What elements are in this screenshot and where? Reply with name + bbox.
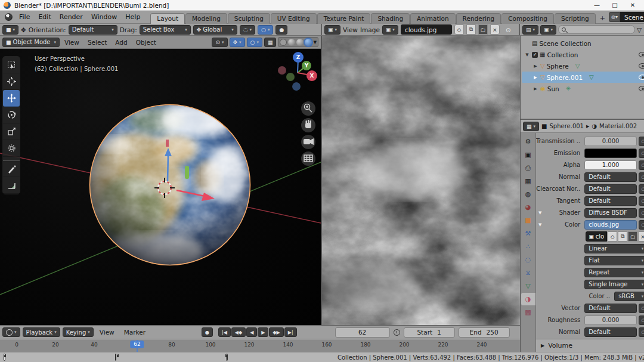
tab-uv-editing[interactable]: UV Editing: [271, 13, 317, 24]
menu-edit[interactable]: Edit: [34, 13, 55, 21]
outliner-filter-mode-button[interactable]: ▣▾: [540, 25, 556, 35]
rotate-tool[interactable]: [3, 107, 20, 123]
volume-panel-header[interactable]: ▶ Volume: [536, 339, 644, 352]
image-copy-icon[interactable]: ⧉: [466, 24, 476, 35]
tab-modeling[interactable]: Modeling: [185, 13, 227, 24]
image-editor-type-button[interactable]: ▣▾: [324, 25, 340, 35]
extension-select[interactable]: Repeat▾: [584, 268, 644, 277]
fake-user-shield-icon[interactable]: ◇: [608, 231, 617, 242]
unlink-image-icon[interactable]: ×: [638, 231, 644, 242]
editor-type-button[interactable]: ■▾: [2, 25, 18, 35]
decorator-icon[interactable]: ○: [639, 148, 644, 158]
eye-icon[interactable]: [639, 86, 644, 91]
viewport-canvas[interactable]: Z Y X: [0, 49, 321, 325]
shading-dropdown-icon[interactable]: ▾: [313, 38, 317, 46]
color-texture-link[interactable]: clouds.jpg: [584, 220, 637, 230]
maximize-button[interactable]: □: [606, 0, 624, 10]
outliner-search-input[interactable]: [558, 25, 635, 34]
select-box-tool[interactable]: [3, 57, 20, 73]
decorator-icon[interactable]: ○: [639, 304, 644, 313]
shading-solid-button[interactable]: [288, 39, 295, 46]
close-button[interactable]: ✕: [624, 0, 642, 10]
tab-texture-paint[interactable]: Texture Paint: [317, 13, 371, 24]
frame-end-field[interactable]: End250: [459, 327, 510, 338]
viewport-menu-object[interactable]: Object: [132, 39, 160, 46]
scene-icon[interactable]: ◍▾: [609, 12, 620, 22]
outliner-row-scene-collection[interactable]: ▤ Scene Collection: [522, 38, 644, 49]
image-browse-icon[interactable]: ▣▾: [382, 25, 398, 35]
image-editor-canvas[interactable]: [322, 36, 520, 325]
falloff-dropdown[interactable]: ●: [275, 25, 287, 35]
navigation-gizmo[interactable]: Z Y X: [278, 52, 317, 91]
decorator-icon[interactable]: ○: [639, 327, 644, 337]
tab-tool[interactable]: ⚙: [521, 135, 535, 148]
emission-color-swatch[interactable]: [584, 148, 637, 158]
tab-scene[interactable]: ◍: [521, 188, 535, 200]
menu-help[interactable]: Help: [121, 13, 144, 21]
shading-wireframe-button[interactable]: [280, 39, 287, 46]
scene-selector[interactable]: ◍▾ Scene ⧉: [609, 12, 644, 22]
shading-material-button[interactable]: [296, 39, 304, 46]
gizmos-dropdown[interactable]: ✥▾: [230, 38, 245, 47]
playback-menu[interactable]: Playback▾: [23, 327, 60, 337]
outliner-row-collection[interactable]: ▼ ✓ ▦ Collection: [522, 49, 644, 60]
decorator-icon[interactable]: ○: [639, 208, 644, 218]
tab-world[interactable]: ◕: [521, 201, 535, 214]
roughness-value[interactable]: 0.000: [584, 315, 637, 325]
viewport-menu-view[interactable]: View: [61, 39, 83, 46]
snap-dropdown[interactable]: ◌▾: [240, 25, 255, 35]
eye-icon[interactable]: [639, 63, 644, 69]
image-name-field[interactable]: clouds.jpg: [401, 24, 452, 35]
tangent-dropdown[interactable]: Default: [584, 196, 637, 206]
normal2-dropdown[interactable]: Default: [584, 327, 637, 337]
viewport-menu-select[interactable]: Select: [84, 39, 110, 46]
tab-sculpting[interactable]: Sculpting: [228, 13, 270, 24]
outliner-row-sphere-001[interactable]: ▶ ▽ Sphere.001 ▽: [522, 72, 644, 83]
decorator-icon[interactable]: ○: [639, 220, 644, 230]
properties-editor-type-button[interactable]: ▦▾: [523, 122, 539, 131]
decorator-icon[interactable]: ○: [639, 184, 644, 194]
decorator-icon[interactable]: ○: [639, 196, 644, 206]
clearcoat-normal-dropdown[interactable]: Default: [584, 184, 637, 194]
proportional-editing-toggle[interactable]: ○▾: [258, 25, 273, 35]
tab-output[interactable]: ⎙: [521, 162, 535, 174]
menu-window[interactable]: Window: [87, 13, 121, 21]
open-image-folder-icon[interactable]: 🗀: [628, 231, 637, 242]
eye-icon[interactable]: [639, 52, 644, 57]
xray-toggle[interactable]: ▦: [264, 38, 277, 47]
tab-modifiers[interactable]: ⚒: [521, 227, 535, 240]
timeline-menu-view[interactable]: View: [96, 329, 118, 336]
add-workspace-button[interactable]: +: [596, 13, 609, 24]
shading-rendered-button[interactable]: [305, 39, 312, 46]
next-keyframe-button[interactable]: ◆▶: [269, 327, 283, 337]
normal-dropdown[interactable]: Default: [584, 172, 637, 182]
tab-view-layer[interactable]: ▦: [521, 175, 535, 187]
image-menu-view[interactable]: View: [343, 26, 358, 33]
interpolation-select[interactable]: Linear▾: [584, 244, 644, 253]
tab-physics[interactable]: ◌: [521, 253, 535, 266]
prev-keyframe-button[interactable]: ◀◆: [231, 327, 246, 337]
play-button[interactable]: ▶: [258, 327, 268, 337]
decorator-icon[interactable]: ○: [639, 160, 644, 170]
outliner-row-sun[interactable]: ▶ ◉ Sun ✳: [522, 83, 644, 94]
menu-render[interactable]: Render: [55, 13, 87, 21]
tab-render[interactable]: ▣: [521, 148, 535, 161]
decorator-icon[interactable]: ○: [639, 315, 644, 325]
tab-compositing[interactable]: Compositing: [501, 13, 554, 24]
collection-checkbox[interactable]: ✓: [532, 52, 538, 58]
tab-animation[interactable]: Animation: [410, 13, 456, 24]
tab-shading[interactable]: Shading: [371, 13, 410, 24]
camera-view-button[interactable]: [301, 135, 315, 149]
earth-sphere[interactable]: [88, 105, 250, 270]
menu-file[interactable]: File: [15, 13, 34, 21]
pan-view-button[interactable]: [301, 118, 315, 132]
cursor-tool[interactable]: [3, 73, 20, 90]
copy-datablock-icon[interactable]: ⧉: [618, 231, 627, 242]
tab-layout[interactable]: Layout: [150, 13, 185, 24]
keying-menu[interactable]: Keying▾: [63, 327, 94, 337]
jump-to-end-button[interactable]: ▶|: [284, 327, 297, 337]
minimize-button[interactable]: —: [588, 0, 606, 10]
move-tool[interactable]: [3, 90, 20, 107]
tab-object-data[interactable]: ▽: [521, 280, 535, 292]
image-unlink-icon[interactable]: ×: [490, 24, 500, 35]
